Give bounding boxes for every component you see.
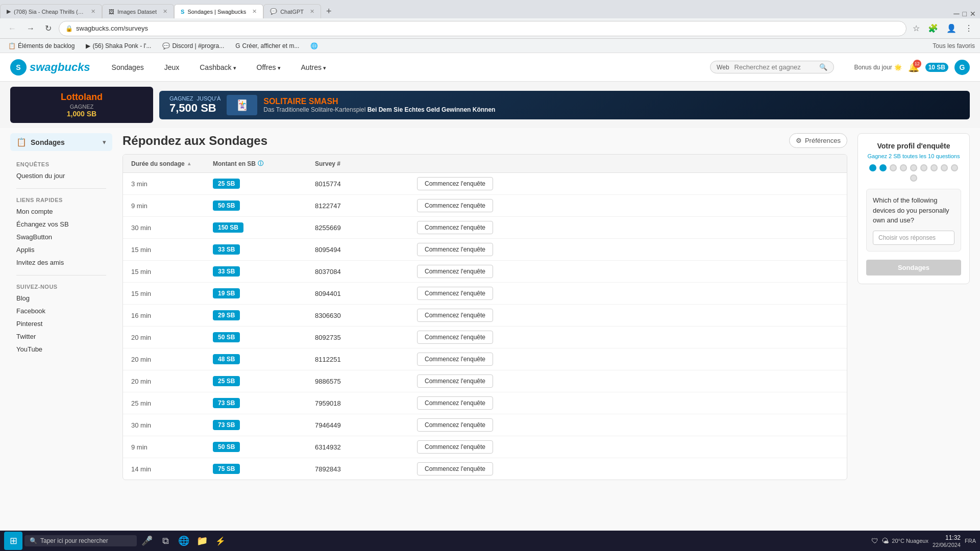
tab1-close[interactable]: ✕ bbox=[91, 8, 95, 15]
taskbar-search[interactable]: 🔍 Taper ici pour rechercher bbox=[24, 535, 137, 546]
row-sb: 29 SB bbox=[205, 306, 307, 324]
taskbar-vscode-icon[interactable]: ⚡ bbox=[212, 533, 229, 549]
sidebar-item-pinterest[interactable]: Pinterest bbox=[10, 317, 112, 330]
taskbar-files-icon[interactable]: 📁 bbox=[194, 533, 210, 549]
banner-row: Lottoland GAGNEZ 1,000 SB GAGNEZ JUSQU'À… bbox=[0, 82, 980, 128]
start-survey-button[interactable]: Commencez l'enquête bbox=[417, 177, 493, 190]
start-survey-button[interactable]: Commencez l'enquête bbox=[417, 462, 493, 475]
nav-sondages[interactable]: Sondages bbox=[108, 61, 148, 73]
start-survey-button[interactable]: Commencez l'enquête bbox=[417, 243, 493, 256]
maximize-button[interactable]: □ bbox=[963, 10, 967, 18]
browser-tab-4[interactable]: 💬 ChatGPT ✕ bbox=[263, 4, 321, 18]
taskbar-multitask-icon[interactable]: ⧉ bbox=[157, 533, 174, 549]
row-duration: 3 min bbox=[123, 176, 205, 192]
sidebar-item-echangez-sb[interactable]: Échangez vos SB bbox=[10, 218, 112, 231]
browser-profile-button[interactable]: 👤 bbox=[944, 21, 959, 35]
taskbar-lang: FRA bbox=[965, 538, 976, 544]
notifications-button[interactable]: 🔔 12 bbox=[908, 62, 919, 73]
minimize-button[interactable]: ─ bbox=[953, 9, 959, 18]
nav-autres[interactable]: Autres bbox=[297, 61, 331, 73]
banner-solitaire[interactable]: GAGNEZ JUSQU'À 7,500 SB 🃏 SOLITAIRE SMAS… bbox=[159, 91, 970, 119]
start-button[interactable]: ⊞ bbox=[4, 532, 22, 550]
bookmark-1[interactable]: 📋 Éléments de backlog bbox=[5, 41, 78, 51]
close-window-button[interactable]: ✕ bbox=[970, 10, 976, 18]
table-row: 20 min 50 SB 8092735 Commencez l'enquête bbox=[123, 327, 847, 348]
sidebar-header[interactable]: 📋 Sondages ▾ bbox=[10, 133, 112, 151]
row-action: Commencez l'enquête bbox=[409, 327, 847, 348]
sidebar-item-question-du-jour[interactable]: Question du jour bbox=[10, 169, 112, 182]
start-survey-button[interactable]: Commencez l'enquête bbox=[417, 309, 493, 322]
sidebar-item-mon-compte[interactable]: Mon compte bbox=[10, 205, 112, 218]
new-tab-button[interactable]: + bbox=[321, 4, 337, 18]
taskbar-chrome-icon[interactable]: 🌐 bbox=[176, 533, 192, 549]
sidebar-enquetes-title: Enquêtes bbox=[10, 159, 112, 169]
start-survey-button[interactable]: Commencez l'enquête bbox=[417, 374, 493, 388]
taskbar-cortana-icon[interactable]: 🎤 bbox=[139, 533, 155, 549]
tab3-close[interactable]: ✕ bbox=[252, 8, 257, 15]
browser-menu-button[interactable]: ⋮ bbox=[963, 21, 975, 35]
nav-offres[interactable]: Offres bbox=[253, 61, 285, 73]
sidebar-item-twitter[interactable]: Twitter bbox=[10, 330, 112, 343]
info-sb-icon[interactable]: ⓘ bbox=[258, 160, 263, 167]
bookmark-5[interactable]: 🌐 bbox=[307, 41, 321, 51]
sidebar-item-swagbutton[interactable]: SwagButton bbox=[10, 231, 112, 243]
sidebar-item-youtube[interactable]: YouTube bbox=[10, 343, 112, 356]
bonus-label: Bonus du jour 🌟 bbox=[854, 64, 902, 71]
start-survey-button[interactable]: Commencez l'enquête bbox=[417, 440, 493, 454]
browser-tab-1[interactable]: ▶ (708) Sia - Cheap Thrills (O... ✕ bbox=[0, 4, 102, 18]
row-action: Commencez l'enquête bbox=[409, 370, 847, 392]
start-survey-button[interactable]: Commencez l'enquête bbox=[417, 265, 493, 278]
row-sb: 25 SB bbox=[205, 372, 307, 390]
row-duration: 15 min bbox=[123, 286, 205, 302]
reload-button[interactable]: ↻ bbox=[42, 21, 55, 35]
solitaire-text-block: GAGNEZ JUSQU'À 7,500 SB bbox=[169, 95, 220, 115]
nav-jeux[interactable]: Jeux bbox=[160, 61, 184, 73]
progress-dot bbox=[920, 164, 927, 171]
start-survey-button[interactable]: Commencez l'enquête bbox=[417, 331, 493, 344]
progress-dot bbox=[900, 164, 907, 171]
site-logo[interactable]: S swagbucks bbox=[10, 59, 90, 76]
browser-tab-3[interactable]: S Sondages | Swagbucks ✕ bbox=[174, 4, 263, 18]
bookmark-star-button[interactable]: ☆ bbox=[911, 21, 922, 35]
forward-button[interactable]: → bbox=[23, 22, 38, 35]
bookmark-2[interactable]: ▶ (56) Shaka Ponk - l'... bbox=[83, 41, 154, 51]
preferences-button[interactable]: ⚙ Préférences bbox=[789, 133, 847, 148]
row-sb: 33 SB bbox=[205, 240, 307, 259]
start-survey-button[interactable]: Commencez l'enquête bbox=[417, 418, 493, 432]
start-survey-button[interactable]: Commencez l'enquête bbox=[417, 396, 493, 410]
start-survey-button[interactable]: Commencez l'enquête bbox=[417, 221, 493, 234]
start-survey-button[interactable]: Commencez l'enquête bbox=[417, 199, 493, 212]
search-icon[interactable]: 🔍 bbox=[819, 63, 827, 71]
browser-extensions-button[interactable]: 🧩 bbox=[926, 21, 940, 35]
sondages-submit-button[interactable]: Sondages bbox=[866, 260, 961, 276]
all-bookmarks-link[interactable]: Tous les favoris bbox=[933, 42, 975, 49]
tab2-close[interactable]: ✕ bbox=[163, 8, 167, 15]
banner-lottoland[interactable]: Lottoland GAGNEZ 1,000 SB bbox=[10, 87, 153, 123]
tab2-favicon: 🖼 bbox=[109, 9, 114, 15]
sidebar-item-invitez-amis[interactable]: Invitez des amis bbox=[10, 256, 112, 269]
question-select[interactable]: Choisir vos réponses bbox=[873, 231, 954, 245]
sidebar-header-icon: 📋 bbox=[16, 137, 27, 147]
start-survey-button[interactable]: Commencez l'enquête bbox=[417, 287, 493, 300]
sidebar-item-applis[interactable]: Applis bbox=[10, 243, 112, 256]
search-input[interactable] bbox=[734, 63, 816, 71]
tab4-close[interactable]: ✕ bbox=[310, 8, 314, 15]
start-survey-button[interactable]: Commencez l'enquête bbox=[417, 353, 493, 366]
row-sb: 25 SB bbox=[205, 174, 307, 193]
th-survey-number: Survey # bbox=[307, 155, 409, 172]
address-bar[interactable]: 🔒 swagbucks.com/surveys bbox=[59, 21, 906, 36]
sidebar-item-blog[interactable]: Blog bbox=[10, 292, 112, 305]
nav-cashback[interactable]: Cashback bbox=[195, 61, 240, 73]
back-button[interactable]: ← bbox=[5, 22, 19, 35]
taskbar-sys-icons: 🛡 🌤 20°C Nuageux bbox=[871, 537, 928, 545]
bookmark-4[interactable]: G Créer, afficher et m... bbox=[232, 41, 302, 51]
browser-tab-2[interactable]: 🖼 Images Dataset ✕ bbox=[102, 4, 174, 18]
bookmark-3[interactable]: 💬 Discord | #progra... bbox=[159, 41, 227, 51]
taskbar-date: 22/06/2024 bbox=[933, 542, 961, 548]
user-avatar[interactable]: G bbox=[954, 60, 970, 75]
row-number: 8015774 bbox=[307, 176, 409, 192]
sidebar-item-facebook[interactable]: Facebook bbox=[10, 305, 112, 317]
sort-duration-icon[interactable]: ▲ bbox=[187, 161, 192, 166]
search-box[interactable]: Web 🔍 bbox=[710, 61, 834, 73]
taskbar: ⊞ 🔍 Taper ici pour rechercher 🎤 ⧉ 🌐 📁 ⚡ … bbox=[0, 531, 980, 551]
